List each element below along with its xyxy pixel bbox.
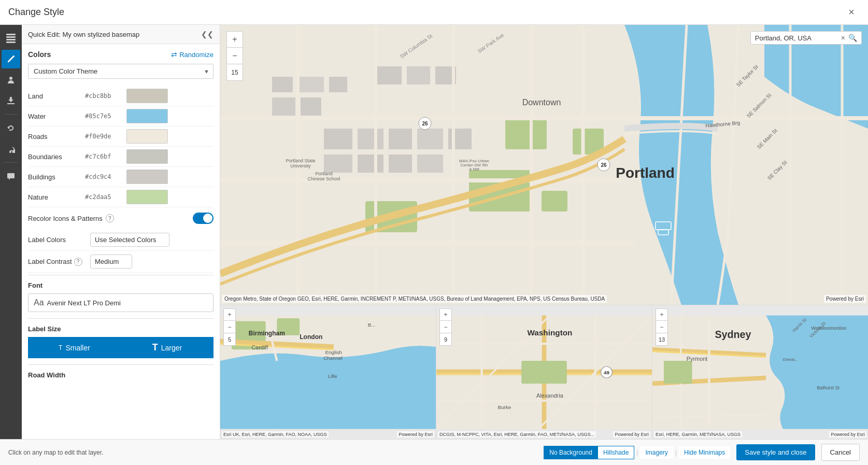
label-contrast-select[interactable]: Low Medium High	[90, 255, 132, 269]
close-button[interactable]: ×	[843, 4, 860, 21]
mini-map-sydney-svg: Harris St Victoria St Sydney Pyrmont Woo…	[652, 305, 868, 439]
edit-icon[interactable]	[2, 50, 20, 68]
nature-swatch[interactable]	[126, 190, 168, 204]
boundaries-swatch[interactable]	[126, 149, 168, 164]
larger-label-button[interactable]: T Larger	[121, 337, 214, 358]
randomize-label: Randomize	[179, 51, 214, 59]
boundaries-color-row: Boundaries #c7c6bf	[28, 147, 214, 167]
mini-map-washington-attr: DCGIS, M-NCPPC, VITA, Esri, HERE, Garmin…	[438, 431, 596, 438]
mini-zoom-in-sydney[interactable]: +	[656, 308, 668, 321]
zoom-out-button[interactable]: −	[226, 48, 243, 64]
colors-section-header: Colors ⇄ Randomize	[28, 50, 214, 59]
mini-map-london-svg: Birmingham Cardiff London English Channe…	[220, 305, 436, 439]
toggle-slider	[193, 213, 214, 224]
svg-rect-87	[664, 361, 692, 384]
smaller-label-button[interactable]: T Smaller	[28, 337, 121, 358]
no-background-button[interactable]: No Background	[544, 446, 598, 459]
svg-rect-12	[272, 77, 293, 92]
side-panel: Quick Edit: My own stylized basemap ❮❮ C…	[22, 25, 220, 439]
svg-text:Portland: Portland	[315, 171, 333, 176]
undo-icon[interactable]	[2, 119, 20, 137]
buildings-hex: #cdc9c4	[85, 173, 126, 180]
zoom-in-button[interactable]: +	[226, 31, 243, 48]
randomize-button[interactable]: ⇄ Randomize	[171, 50, 214, 59]
roads-swatch[interactable]	[126, 129, 168, 144]
svg-rect-21	[358, 129, 383, 149]
mini-map-london[interactable]: Birmingham Cardiff London English Channe…	[220, 305, 436, 439]
svg-text:& Mill: & Mill	[469, 167, 479, 172]
svg-rect-5	[7, 103, 15, 104]
smaller-t-icon: T	[59, 344, 62, 351]
nature-color-row: Nature #c2daa5	[28, 187, 214, 207]
font-input-wrapper[interactable]: Aa Avenir Next LT Pro Demi	[28, 293, 214, 312]
map-search-icon[interactable]: 🔍	[848, 34, 857, 42]
svg-rect-2	[6, 39, 16, 40]
main-content: Quick Edit: My own stylized basemap ❮❮ C…	[0, 25, 868, 439]
nature-hex: #c2daa5	[85, 193, 126, 201]
layers-icon[interactable]	[2, 29, 20, 48]
buildings-swatch[interactable]	[126, 170, 168, 184]
mini-zoom-in-london[interactable]: +	[223, 308, 236, 321]
hillshade-button[interactable]: Hillshade	[598, 446, 634, 459]
svg-rect-74	[521, 361, 567, 384]
svg-point-4	[9, 77, 12, 80]
land-hex: #cbc8bb	[85, 92, 126, 100]
cancel-button[interactable]: Cancel	[821, 444, 860, 461]
icon-bar	[0, 25, 22, 439]
mini-map-sydney-attr: Esri, HERE, Garmin, METI/NASA, USGS	[654, 431, 742, 438]
water-label: Water	[28, 112, 85, 120]
app-container: Change Style ×	[0, 0, 868, 465]
mini-zoom-in-washington[interactable]: +	[439, 308, 452, 321]
mini-map-sydney-powered: Powered by Esri	[829, 431, 866, 438]
mini-map-washington[interactable]: Washington Alexandria Burke 49 + − 9 DCG…	[436, 305, 652, 439]
mini-map-london-attr: Esri UK, Esri, HERE, Garmin, FAO, NOAA, …	[222, 431, 329, 438]
svg-text:Channel: Channel	[323, 355, 343, 361]
imagery-button[interactable]: Imagery	[640, 446, 673, 459]
message-icon[interactable]	[2, 167, 20, 186]
svg-text:Sydney: Sydney	[715, 329, 751, 340]
svg-text:49: 49	[604, 370, 609, 375]
svg-rect-23	[417, 129, 443, 149]
svg-rect-1	[6, 36, 16, 38]
bottom-bar: Click on any map to edit that layer. No …	[0, 439, 868, 465]
contrast-info-icon[interactable]: ?	[74, 258, 82, 266]
map-search-clear[interactable]: ×	[841, 34, 845, 42]
theme-select[interactable]: Custom Color Theme Default Light Dark	[28, 64, 214, 79]
save-style-button[interactable]: Save style and close	[736, 444, 815, 460]
svg-rect-14	[329, 77, 347, 92]
svg-rect-25	[324, 154, 352, 173]
label-size-buttons: T Smaller T Larger	[28, 337, 214, 358]
mini-zoom-out-london[interactable]: −	[223, 321, 236, 333]
svg-text:26: 26	[422, 121, 428, 126]
svg-text:26: 26	[601, 162, 607, 168]
collapse-button[interactable]: ❮❮	[201, 30, 214, 38]
redo-icon[interactable]	[2, 139, 20, 158]
map-search-input[interactable]	[755, 34, 838, 42]
land-label: Land	[28, 92, 85, 100]
mini-map-sydney[interactable]: Harris St Victoria St Sydney Pyrmont Woo…	[652, 305, 868, 439]
mini-zoom-out-sydney[interactable]: −	[656, 321, 668, 333]
font-section: Font Aa Avenir Next LT Pro Demi	[28, 275, 214, 318]
svg-text:Woolloomooloo: Woolloomooloo	[812, 325, 847, 331]
download-icon[interactable]	[2, 91, 20, 110]
recolor-info-icon[interactable]: ?	[106, 214, 114, 222]
recolor-toggle[interactable]	[193, 213, 214, 224]
hide-minimaps-button[interactable]: Hide Minimaps	[679, 446, 730, 459]
water-swatch[interactable]	[126, 109, 168, 123]
label-colors-label: Label Colors	[28, 236, 90, 244]
land-swatch[interactable]	[126, 89, 168, 103]
divider-2	[4, 162, 18, 163]
mini-map-washington-svg: Washington Alexandria Burke 49	[436, 305, 652, 439]
label-colors-select[interactable]: Use Selected Colors Original Colors Blac…	[90, 233, 169, 247]
main-map[interactable]: Portland Downtown SE Taylor St SE Salmon…	[220, 25, 868, 305]
recolor-label: Recolor Icons & Patterns	[28, 215, 103, 222]
main-map-controls: + − 15	[226, 31, 243, 81]
person-icon[interactable]	[2, 71, 20, 89]
shuffle-icon: ⇄	[171, 50, 177, 59]
mini-zoom-out-washington[interactable]: −	[439, 321, 452, 333]
boundaries-label: Boundaries	[28, 153, 85, 161]
svg-rect-20	[324, 129, 352, 149]
svg-text:Burke: Burke	[498, 404, 511, 410]
label-contrast-label: Label Contrast ?	[28, 258, 90, 266]
theme-select-wrapper: Custom Color Theme Default Light Dark ▼	[28, 64, 214, 79]
